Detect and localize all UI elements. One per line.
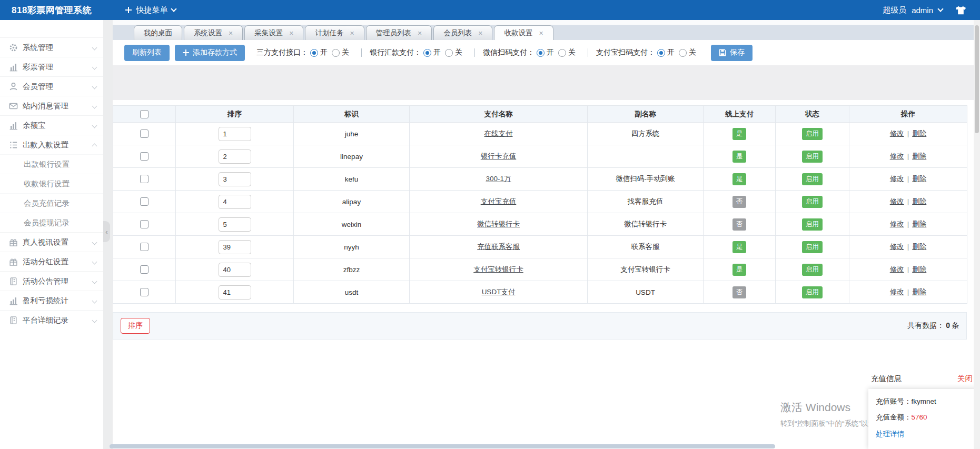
sidebar-collapse-handle[interactable]: ‹ <box>103 221 110 242</box>
delete-link[interactable]: 删除 <box>912 175 926 183</box>
tab-close-icon[interactable]: × <box>539 29 543 37</box>
tab-close-icon[interactable]: × <box>289 29 293 37</box>
sort-input[interactable] <box>219 217 251 232</box>
quick-menu-button[interactable]: 快捷菜单 <box>125 5 176 15</box>
tab-close-icon[interactable]: × <box>418 29 422 37</box>
pay-name-link[interactable]: 在线支付 <box>484 129 513 137</box>
sort-input[interactable] <box>219 127 251 141</box>
sidebar-item[interactable]: 会员管理 <box>0 76 103 96</box>
sidebar-subitem[interactable]: 收款银行设置 <box>0 174 103 193</box>
delete-link[interactable]: 删除 <box>912 220 926 228</box>
sidebar-item[interactable]: 余额宝 <box>0 115 103 135</box>
radio-off[interactable] <box>679 49 687 57</box>
row-checkbox[interactable] <box>140 243 149 251</box>
delete-link[interactable]: 删除 <box>912 243 926 251</box>
edit-link[interactable]: 修改 <box>890 152 904 160</box>
radio-on[interactable] <box>657 49 665 57</box>
vertical-scrollbar[interactable] <box>974 20 980 449</box>
ops-separator: | <box>907 265 909 273</box>
sidebar-menu: 系统管理 彩票管理 会员管理 站内消息管理 余额宝 出款入款设置 出款银行设置 … <box>0 20 103 449</box>
theme-shirt-icon[interactable] <box>955 6 966 15</box>
radio-on[interactable] <box>423 49 431 57</box>
sidebar-item[interactable]: 活动分红设置 <box>0 252 103 271</box>
delete-link[interactable]: 删除 <box>912 197 926 205</box>
delete-link[interactable]: 删除 <box>912 129 926 137</box>
online-badge: 否 <box>732 286 747 298</box>
row-checkbox[interactable] <box>140 175 149 183</box>
sidebar-subitem[interactable]: 出款银行设置 <box>0 154 103 174</box>
payment-switch: 支付宝扫码支付： 开 关 <box>596 48 700 57</box>
pay-name-link[interactable]: 微信转银行卡 <box>477 220 520 228</box>
row-checkbox[interactable] <box>140 265 149 274</box>
sidebar-subitem[interactable]: 会员充值记录 <box>0 193 103 213</box>
chevron-down-icon <box>92 45 97 50</box>
tab-6[interactable]: 收款设置 × <box>494 25 553 40</box>
sidebar-item[interactable]: 系统管理 <box>0 37 103 57</box>
sidebar-item[interactable]: 真人视讯设置 <box>0 232 103 252</box>
edit-link[interactable]: 修改 <box>890 175 904 183</box>
sort-input[interactable] <box>219 172 251 186</box>
tab-2[interactable]: 采集设置 × <box>244 25 303 40</box>
pay-name-link[interactable]: 支付宝充值 <box>481 197 517 205</box>
tab-close-icon[interactable]: × <box>478 29 482 37</box>
sort-input[interactable] <box>219 195 251 209</box>
pay-name-link[interactable]: 银行卡充值 <box>481 152 517 160</box>
refresh-list-button[interactable]: 刷新列表 <box>124 45 170 61</box>
sidebar-item[interactable]: 活动公告管理 <box>0 271 103 291</box>
sidebar-item[interactable]: 站内消息管理 <box>0 96 103 115</box>
row-checkbox[interactable] <box>140 152 149 161</box>
radio-off[interactable] <box>332 49 340 57</box>
sidebar-item[interactable]: 平台详细记录 <box>0 310 103 330</box>
radio-off[interactable] <box>558 49 566 57</box>
process-detail-link[interactable]: 处理详情 <box>876 430 904 439</box>
pay-name-link[interactable]: 300-1万 <box>486 175 511 183</box>
sidebar-item[interactable]: 盈利亏损统计 <box>0 291 103 310</box>
sort-input[interactable] <box>219 285 251 300</box>
pay-name-link[interactable]: USDT支付 <box>482 288 516 296</box>
sidebar-item[interactable]: 彩票管理 <box>0 57 103 76</box>
save-button[interactable]: 保存 <box>711 45 753 61</box>
select-all-checkbox[interactable] <box>140 110 149 118</box>
tab-close-icon[interactable]: × <box>229 29 233 37</box>
pay-code: alipay <box>342 198 361 206</box>
edit-link[interactable]: 修改 <box>890 197 904 205</box>
ops-separator: | <box>907 288 909 296</box>
pay-subname: 联系客服 <box>631 243 660 251</box>
pay-name-link[interactable]: 支付宝转银行卡 <box>473 265 523 273</box>
sort-button[interactable]: 排序 <box>121 318 150 334</box>
edit-link[interactable]: 修改 <box>890 129 904 137</box>
delete-link[interactable]: 删除 <box>912 265 926 273</box>
tab-close-icon[interactable]: × <box>350 29 354 37</box>
edit-link[interactable]: 修改 <box>890 220 904 228</box>
popup-close-link[interactable]: 关闭 <box>957 374 973 384</box>
radio-on[interactable] <box>537 49 545 57</box>
delete-link[interactable]: 删除 <box>912 288 926 296</box>
edit-link[interactable]: 修改 <box>890 243 904 251</box>
sort-input[interactable] <box>219 240 251 254</box>
tab-0[interactable]: 我的桌面 <box>134 25 182 40</box>
row-checkbox[interactable] <box>140 197 149 206</box>
sidebar-item[interactable]: 出款入款设置 <box>0 135 103 154</box>
row-checkbox[interactable] <box>140 288 149 296</box>
status-badge: 启用 <box>802 196 823 208</box>
sort-input[interactable] <box>219 263 251 277</box>
tab-1[interactable]: 系统设置 × <box>184 25 243 40</box>
username-menu[interactable]: admin <box>912 6 933 15</box>
pay-name-link[interactable]: 充值联系客服 <box>477 243 520 251</box>
tab-4[interactable]: 管理员列表 × <box>366 25 432 40</box>
sort-input[interactable] <box>219 149 251 164</box>
tab-5[interactable]: 会员列表 × <box>433 25 492 40</box>
horizontal-scrollbar-thumb[interactable] <box>110 444 775 448</box>
sidebar-subitem[interactable]: 会员提现记录 <box>0 213 103 232</box>
edit-link[interactable]: 修改 <box>890 265 904 273</box>
row-checkbox[interactable] <box>140 129 149 138</box>
radio-off[interactable] <box>445 49 453 57</box>
delete-link[interactable]: 删除 <box>912 152 926 160</box>
edit-link[interactable]: 修改 <box>890 288 904 296</box>
vertical-scrollbar-thumb[interactable] <box>975 25 979 133</box>
tab-3[interactable]: 计划任务 × <box>305 25 364 40</box>
add-deposit-method-button[interactable]: 添加存款方式 <box>175 45 245 61</box>
quick-menu-label: 快捷菜单 <box>136 5 167 15</box>
radio-on[interactable] <box>310 49 318 57</box>
row-checkbox[interactable] <box>140 220 149 228</box>
